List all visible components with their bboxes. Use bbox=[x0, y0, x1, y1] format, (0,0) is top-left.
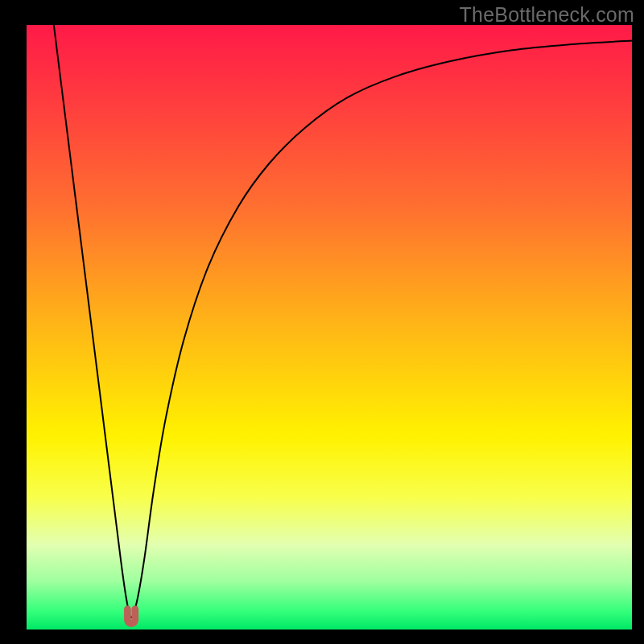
plot-area bbox=[27, 25, 632, 630]
watermark-text: TheBottleneck.com bbox=[460, 3, 634, 27]
chart-svg bbox=[27, 25, 632, 630]
chart-frame: TheBottleneck.com bbox=[0, 0, 644, 644]
